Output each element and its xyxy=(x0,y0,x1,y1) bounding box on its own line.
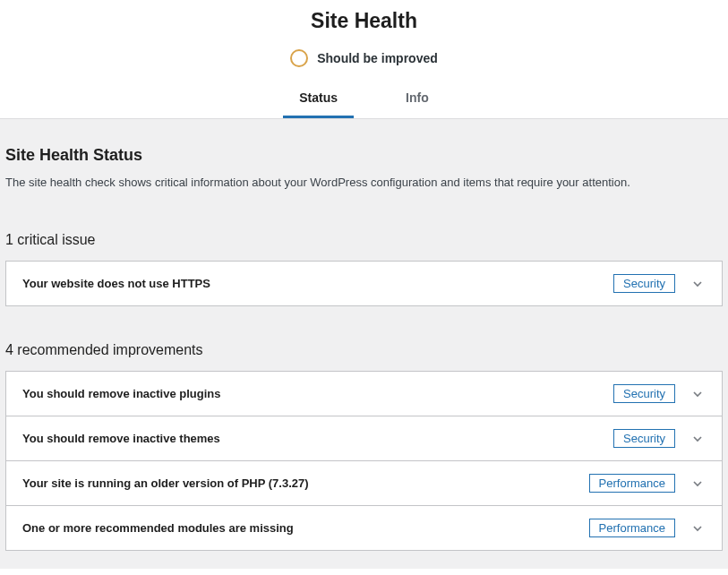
status-label: Should be improved xyxy=(317,51,438,65)
group-heading-critical: 1 critical issue xyxy=(5,232,723,248)
issue-right: Security xyxy=(613,274,706,293)
issue-title: Your website does not use HTTPS xyxy=(22,277,210,290)
tab-info[interactable]: Info xyxy=(390,83,445,118)
tab-label: Info xyxy=(406,90,429,105)
issue-row[interactable]: Your site is running an older version of… xyxy=(6,461,722,506)
issue-badge: Security xyxy=(613,274,675,293)
issue-right: Performance xyxy=(589,474,706,493)
issue-badge: Performance xyxy=(589,474,675,493)
issue-badge: Performance xyxy=(589,519,675,537)
section-heading: Site Health Status xyxy=(5,146,723,165)
issue-row[interactable]: One or more recommended modules are miss… xyxy=(6,506,722,550)
page-title: Site Health xyxy=(0,5,728,49)
chevron-down-icon xyxy=(689,431,706,447)
chevron-down-icon xyxy=(689,520,706,536)
issue-row[interactable]: You should remove inactive themes Securi… xyxy=(6,416,722,461)
issue-right: Performance xyxy=(589,519,706,537)
content: Site Health Status The site health check… xyxy=(0,119,728,569)
header: Site Health Should be improved Status In… xyxy=(0,0,728,119)
chevron-down-icon xyxy=(689,476,706,492)
issue-title: Your site is running an older version of… xyxy=(22,476,309,490)
issue-title: One or more recommended modules are miss… xyxy=(22,521,294,535)
group-heading-recommended: 4 recommended improvements xyxy=(5,342,723,358)
issue-list-critical: Your website does not use HTTPS Security xyxy=(5,261,723,306)
status-circle-icon xyxy=(290,49,308,67)
tab-label: Status xyxy=(299,90,338,105)
chevron-down-icon xyxy=(689,276,706,292)
tab-status[interactable]: Status xyxy=(283,83,354,118)
issue-title: You should remove inactive themes xyxy=(22,432,220,445)
issue-list-recommended: You should remove inactive plugins Secur… xyxy=(5,371,723,551)
status-indicator: Should be improved xyxy=(0,49,728,83)
issue-badge: Security xyxy=(613,384,675,403)
issue-right: Security xyxy=(613,384,706,403)
section-description: The site health check shows critical inf… xyxy=(5,176,723,189)
issue-badge: Security xyxy=(613,429,675,448)
tabs: Status Info xyxy=(0,83,728,118)
issue-right: Security xyxy=(613,429,706,448)
issue-row[interactable]: Your website does not use HTTPS Security xyxy=(6,262,722,305)
issue-title: You should remove inactive plugins xyxy=(22,387,221,400)
chevron-down-icon xyxy=(689,386,706,402)
issue-row[interactable]: You should remove inactive plugins Secur… xyxy=(6,372,722,416)
